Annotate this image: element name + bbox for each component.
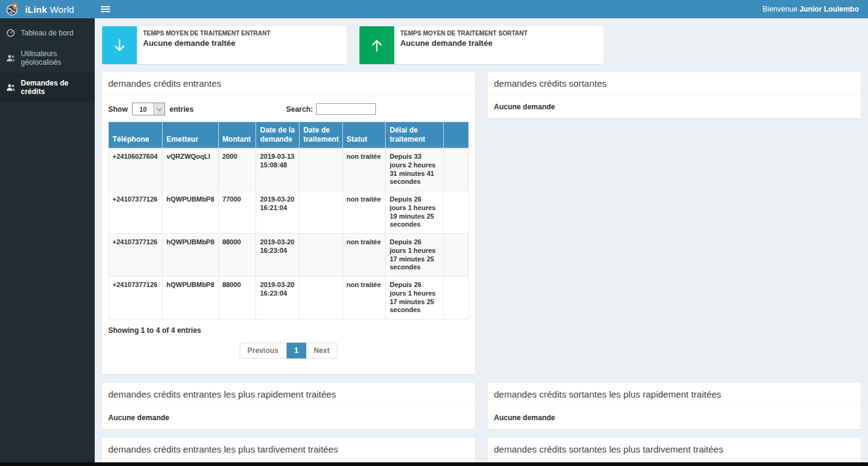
- table-cell: [300, 148, 343, 191]
- column-header[interactable]: Délai de traitement: [386, 122, 443, 148]
- table-cell: hQWPUBMbP8: [163, 234, 218, 277]
- panel-title: demandes crédits entrantes les plus rapi…: [108, 389, 336, 399]
- welcome-text: Bienvenue Junior Loulembo: [763, 5, 859, 13]
- table-cell: +24107377126: [109, 191, 163, 234]
- empty-message: Aucune demande: [108, 412, 469, 423]
- column-header-spacer: [443, 122, 468, 148]
- next-page-button[interactable]: Next: [306, 343, 337, 359]
- bottom-strip: [0, 462, 868, 466]
- table-header-row: TéléphoneEmetteurMontantDate de la deman…: [109, 122, 469, 148]
- navbar: Bienvenue Junior Loulembo: [95, 0, 868, 18]
- entries-label: entries: [169, 105, 193, 114]
- table-cell: [300, 191, 343, 234]
- search-label: Search:: [286, 105, 313, 114]
- table-cell: hQWPUBMbP8: [163, 277, 218, 319]
- table-cell: 88000: [218, 277, 256, 319]
- table-cell: 2019-03-13 15:08:48: [256, 148, 300, 191]
- arrow-down-icon: [102, 26, 137, 64]
- info-box-1: TEMPS MOYEN DE TRAITEMENT SORTANTAucune …: [359, 26, 604, 64]
- sidebar-item-label: Utilisateurs géolocalisés: [21, 49, 89, 67]
- info-box-message: Aucune demande traItée: [143, 38, 270, 48]
- table-cell: non traitée: [342, 148, 386, 191]
- users-icon: [6, 83, 15, 92]
- table-cell: +24107377126: [109, 277, 163, 319]
- empty-message: Aucune demande: [494, 412, 855, 423]
- globe-pin-logo-icon: [6, 2, 20, 16]
- sidebar-item-demandes-de-credits[interactable]: Demandes de crédits: [0, 73, 95, 102]
- table-cell: 2019-03-20 16:21:04: [256, 191, 300, 234]
- table-cell: Depuis 26 jours 1 heures 19 minutes 25 s…: [386, 191, 443, 234]
- table-row: +24107377126hQWPUBMbP8770002019-03-20 16…: [109, 191, 469, 234]
- column-header[interactable]: Montant: [218, 122, 256, 148]
- table-header-row: TéléphoneEmetteurMontantDate de la deman…: [109, 122, 469, 148]
- table-cell: 2019-03-20 16:23:04: [256, 234, 300, 277]
- panel-sortantes-rapides: demandes crédits sortantes les plus rapi…: [488, 383, 861, 429]
- page-1-button[interactable]: 1: [287, 343, 307, 359]
- panel-demandes-entrantes: demandes crédits entrantes Show 10 entri…: [102, 72, 475, 374]
- table-cell-spacer: [443, 148, 468, 191]
- panel-title: demandes crédits entrantes: [108, 78, 221, 89]
- table-cell: [300, 277, 343, 319]
- info-box-0: TEMPS MOYEN DE TRAITEMENT ENTRANTAucune …: [102, 26, 347, 64]
- users-icon: [6, 54, 15, 63]
- table-row: +24107377126hQWPUBMbP8880002019-03-20 16…: [109, 277, 469, 319]
- table-cell: non traitée: [342, 234, 386, 277]
- info-box-row: TEMPS MOYEN DE TRAITEMENT ENTRANTAucune …: [102, 26, 861, 64]
- table-cell-spacer: [443, 277, 468, 319]
- sidebar-toggle-icon[interactable]: [101, 5, 110, 13]
- panel-title: demandes crédits sortantes les plus tard…: [494, 444, 723, 454]
- panel-title: demandes crédits entrantes les plus tard…: [108, 444, 338, 454]
- content-area: TEMPS MOYEN DE TRAITEMENT ENTRANTAucune …: [95, 18, 868, 462]
- table-cell: Depuis 33 jours 2 heures 31 minutes 41 s…: [386, 148, 443, 191]
- table-cell: non traitée: [342, 277, 386, 319]
- table-cell: 88000: [218, 234, 256, 277]
- column-header[interactable]: Date de la demande: [256, 122, 300, 148]
- info-box-title: TEMPS MOYEN DE TRAITEMENT ENTRANT: [143, 30, 270, 37]
- chevron-down-icon: [153, 103, 164, 115]
- table-cell: +24107377126: [109, 234, 163, 277]
- panel-title: demandes crédits sortantes: [494, 78, 606, 89]
- table-cell: Depuis 26 jours 1 heures 17 minutes 25 s…: [386, 277, 443, 319]
- dashboard-icon: [6, 28, 15, 37]
- table-cell: 2019-03-20 16:23:04: [256, 277, 300, 319]
- table-cell-spacer: [443, 234, 468, 277]
- column-header[interactable]: Statut: [342, 122, 386, 148]
- sidebar-menu: Tableau de bordUtilisateurs géolocalisés…: [0, 18, 95, 462]
- table-cell: [300, 234, 343, 277]
- brand-logo-area[interactable]: iLink World: [0, 0, 95, 18]
- table-body: +24106027604vQRZWQoqLI20002019-03-13 15:…: [109, 148, 469, 319]
- table-cell: non traitée: [342, 191, 386, 234]
- search-input[interactable]: [316, 103, 376, 115]
- table-cell: +24106027604: [109, 148, 163, 191]
- demandes-entrantes-table: TéléphoneEmetteurMontantDate de la deman…: [108, 122, 469, 319]
- sidebar-item-label: Tableau de bord: [21, 29, 73, 37]
- table-row: +24107377126hQWPUBMbP8880002019-03-20 16…: [109, 234, 469, 277]
- table-row: +24106027604vQRZWQoqLI20002019-03-13 15:…: [109, 148, 469, 191]
- table-cell-spacer: [443, 191, 468, 234]
- show-label: Show: [108, 105, 128, 114]
- sidebar-item-utilisateurs-geolocalises[interactable]: Utilisateurs géolocalisés: [0, 43, 95, 73]
- sidebar-item-tableau-de-bord[interactable]: Tableau de bord: [0, 22, 95, 43]
- empty-message: Aucune demande: [494, 101, 855, 112]
- table-cell: 77000: [218, 191, 256, 234]
- panel-title: demandes crédits sortantes les plus rapi…: [494, 389, 721, 399]
- column-header[interactable]: Emetteur: [163, 122, 218, 148]
- column-header[interactable]: Date de traitement: [300, 122, 343, 148]
- top-bar: iLink World Bienvenue Junior Loulembo: [0, 0, 868, 18]
- panel-demandes-sortantes: demandes crédits sortantes Aucune demand…: [488, 72, 861, 118]
- panel-entrantes-rapides: demandes crédits entrantes les plus rapi…: [102, 383, 475, 429]
- page-size-select[interactable]: 10: [132, 103, 165, 115]
- info-box-message: Aucune demande traItée: [400, 38, 528, 48]
- previous-page-button[interactable]: Previous: [240, 343, 287, 359]
- info-box-title: TEMPS MOYEN DE TRAITEMENT SORTANT: [400, 30, 528, 37]
- table-cell: 2000: [218, 148, 256, 191]
- sidebar-item-label: Demandes de crédits: [21, 79, 89, 96]
- brand-name: iLink World: [25, 4, 74, 15]
- pagination: Previous 1 Next: [108, 343, 469, 359]
- table-cell: Depuis 26 jours 1 heures 17 minutes 25 s…: [386, 234, 443, 277]
- column-header[interactable]: Téléphone: [109, 122, 163, 148]
- showing-entries-info: Showing 1 to 4 of 4 entries: [108, 326, 469, 335]
- search-control: Search:: [286, 103, 376, 115]
- page-length-control: Show 10 entries: [108, 103, 194, 115]
- table-cell: vQRZWQoqLI: [163, 148, 218, 191]
